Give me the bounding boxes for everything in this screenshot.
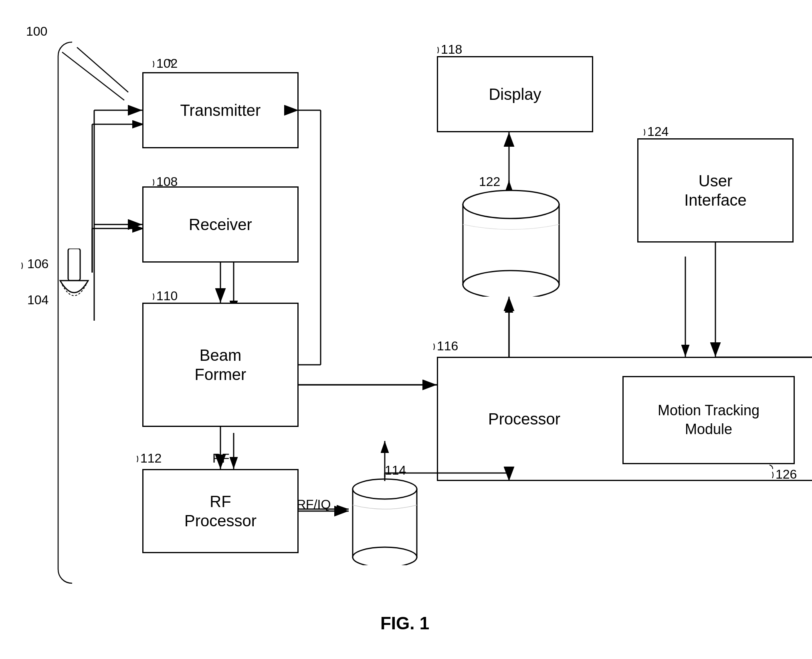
figure-caption: FIG. 1 bbox=[341, 613, 469, 633]
cylinder-122 bbox=[457, 184, 565, 297]
user-interface-box: User Interface bbox=[637, 138, 794, 243]
rf-processor-box: RF Processor bbox=[142, 469, 299, 553]
ref-100: 100 bbox=[26, 24, 47, 39]
processor-outer-box: Processor Motion TrackingModule bbox=[437, 357, 812, 481]
ref-106-arrow bbox=[20, 263, 23, 269]
ref-118: 118 bbox=[441, 42, 462, 57]
beam-former-box: Beam Former bbox=[142, 303, 299, 427]
svg-point-20 bbox=[463, 271, 559, 297]
ref-126: 126 bbox=[776, 467, 797, 482]
svg-point-16 bbox=[353, 547, 417, 565]
svg-rect-17 bbox=[68, 249, 80, 281]
svg-point-15 bbox=[353, 479, 417, 499]
ref-104: 104 bbox=[27, 293, 48, 307]
processor-label: Processor bbox=[438, 358, 610, 480]
receiver-box: Receiver bbox=[142, 186, 299, 263]
ref-106: 106 bbox=[27, 257, 48, 271]
ref-116: 116 bbox=[437, 339, 458, 354]
rf-label: RF bbox=[212, 451, 230, 466]
ref-124: 124 bbox=[647, 124, 669, 139]
transmitter-box: Transmitter bbox=[142, 72, 299, 148]
cylinder-114 bbox=[349, 473, 421, 565]
motion-tracking-box: Motion TrackingModule bbox=[622, 376, 795, 464]
ref-102: 102 bbox=[156, 56, 178, 71]
ref-112: 112 bbox=[140, 451, 162, 466]
svg-point-19 bbox=[463, 190, 559, 218]
transducer-icon bbox=[54, 249, 94, 309]
display-box: Display bbox=[437, 56, 593, 132]
ref-110: 110 bbox=[156, 289, 178, 303]
svg-line-24 bbox=[77, 47, 128, 92]
rfiq-label: RF/IQ bbox=[297, 497, 331, 512]
